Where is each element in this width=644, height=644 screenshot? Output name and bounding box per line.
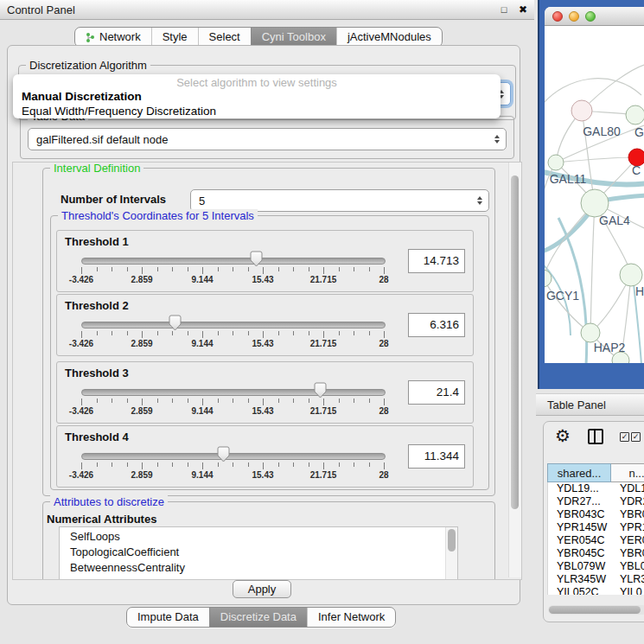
- tick-mark: [339, 462, 340, 467]
- table-data-combobox[interactable]: galFiltered.sif default node: [28, 128, 507, 150]
- threshold-2-value-field[interactable]: 6.316: [408, 313, 465, 337]
- slider-thumb[interactable]: [169, 315, 182, 331]
- table-row[interactable]: YER054CYER0: [548, 534, 644, 547]
- cell-shared-name[interactable]: YPR145W: [548, 521, 612, 534]
- float-window-icon[interactable]: □: [496, 4, 512, 15]
- slider-track[interactable]: [81, 258, 386, 265]
- gear-icon[interactable]: ⚙: [555, 425, 571, 446]
- tick-label: -3.426: [69, 339, 93, 348]
- column-header-shared-name[interactable]: shared...: [547, 463, 611, 482]
- select-columns-checkbox-icon[interactable]: ✓: [631, 432, 641, 442]
- list-scrollbar-thumb[interactable]: [448, 529, 456, 552]
- list-scrollbar[interactable]: [445, 527, 457, 580]
- tick-mark: [233, 462, 233, 467]
- tick-label: 28: [379, 339, 388, 348]
- threshold-label: Threshold 3: [65, 367, 129, 379]
- table-row[interactable]: YDR27...YDR2: [548, 495, 644, 508]
- attribute-list-item[interactable]: BetweennessCentrality: [60, 560, 457, 576]
- column-header-name[interactable]: n...: [611, 463, 644, 482]
- vertical-scrollbar[interactable]: [508, 163, 521, 577]
- cell-name[interactable]: YBR0: [612, 547, 644, 560]
- cell-name[interactable]: YBL0: [612, 560, 644, 573]
- threshold-4-value-field[interactable]: 11.344: [408, 444, 465, 469]
- attribute-list-item[interactable]: TopologicalCoefficient: [60, 545, 457, 560]
- table-columns-icon[interactable]: [588, 429, 603, 444]
- cell-shared-name[interactable]: YBR043C: [548, 508, 612, 521]
- node-h[interactable]: [620, 264, 642, 286]
- tab-discretize-data[interactable]: Discretize Data: [209, 608, 307, 627]
- cell-name[interactable]: YIL0: [612, 586, 642, 595]
- slider-track[interactable]: [81, 389, 386, 396]
- close-icon[interactable]: ✖: [512, 3, 534, 16]
- tick-mark: [293, 462, 294, 467]
- tick-mark: [339, 267, 340, 271]
- slider-ticks: [81, 462, 384, 470]
- threshold-1-slider[interactable]: -3.4262.8599.14415.4321.71528: [81, 251, 384, 284]
- attribute-list-item[interactable]: SelfLoops: [60, 527, 457, 545]
- table-row[interactable]: YPR145WYPR1: [548, 521, 644, 534]
- cell-name[interactable]: YDR2: [612, 495, 644, 508]
- tick-label: 28: [379, 406, 388, 416]
- tick-mark: [248, 399, 249, 403]
- tab-infer-network[interactable]: Infer Network: [307, 608, 395, 627]
- minimize-traffic-light[interactable]: [569, 11, 579, 22]
- tab-impute-data[interactable]: Impute Data: [127, 608, 209, 627]
- table-panel-titlebar: Table Panel: [536, 393, 644, 416]
- apply-button[interactable]: Apply: [233, 580, 291, 598]
- dropdown-option-manual-discretization[interactable]: Manual Discretization: [13, 89, 501, 104]
- tab-style[interactable]: Style: [151, 28, 198, 47]
- network-canvas[interactable]: GAL80 G C GAL11 GAL4 GCY1 H HAP2: [545, 26, 644, 363]
- slider-track[interactable]: [81, 453, 386, 460]
- tick-mark: [157, 399, 158, 403]
- slider-thumb[interactable]: [250, 251, 263, 267]
- cell-name[interactable]: YBR0: [612, 508, 644, 521]
- table-row[interactable]: YBR043CYBR0: [548, 508, 644, 521]
- cell-shared-name[interactable]: YBL079W: [548, 560, 612, 573]
- cell-shared-name[interactable]: YDL19...: [548, 482, 612, 495]
- close-traffic-light[interactable]: [552, 11, 563, 22]
- threshold-3-value-field[interactable]: 21.4: [408, 380, 465, 405]
- select-all-checkbox-icon[interactable]: ✓: [620, 432, 629, 442]
- tick-mark: [354, 399, 354, 403]
- horizontal-scrollbar-thumb[interactable]: [549, 606, 641, 614]
- slider-thumb[interactable]: [217, 446, 230, 462]
- threshold-3-slider[interactable]: -3.4262.8599.14415.4321.71528: [81, 382, 384, 415]
- cell-shared-name[interactable]: YER054C: [548, 534, 612, 547]
- node-hap2[interactable]: [581, 323, 600, 342]
- table-row[interactable]: YBL079WYBL0: [548, 560, 644, 573]
- tick-mark: [112, 462, 112, 467]
- cell-name[interactable]: YDL1: [612, 482, 644, 495]
- horizontal-scrollbar[interactable]: [548, 605, 644, 615]
- slider-track[interactable]: [81, 322, 386, 328]
- slider-thumb[interactable]: [314, 382, 327, 399]
- tab-select[interactable]: Select: [198, 28, 251, 47]
- threshold-2-slider[interactable]: -3.4262.8599.14415.4321.71528: [81, 315, 384, 348]
- node-g[interactable]: [626, 105, 644, 124]
- dropdown-option-equal-width-frequency[interactable]: Equal Width/Frequency Discretization: [13, 104, 501, 118]
- settings-scroll-area: Interval Definition Number of Intervals …: [12, 162, 522, 580]
- threshold-4-slider[interactable]: -3.4262.8599.14415.4321.71528: [81, 446, 384, 479]
- table-row[interactable]: YDL19...YDL1: [548, 482, 644, 495]
- node-gal80[interactable]: [571, 100, 592, 121]
- threshold-1-value-field[interactable]: 14.713: [408, 249, 465, 273]
- cell-name[interactable]: YER0: [612, 534, 644, 547]
- tick-mark: [323, 267, 324, 274]
- node-gal11[interactable]: [548, 155, 564, 170]
- cell-shared-name[interactable]: YLR345W: [548, 573, 612, 586]
- table-row[interactable]: YBR045CYBR0: [548, 547, 644, 560]
- cell-name[interactable]: YPR1: [612, 521, 644, 534]
- group-label: Attributes to discretize: [50, 495, 168, 508]
- cell-name[interactable]: YLR3: [612, 573, 644, 586]
- table-row[interactable]: YLR345WYLR3: [548, 573, 644, 586]
- tab-cyni-toolbox[interactable]: Cyni Toolbox: [251, 28, 336, 47]
- table-row[interactable]: YIL052CYIL0: [548, 586, 644, 595]
- tab-label: Impute Data: [137, 608, 199, 627]
- tick-mark: [263, 462, 264, 469]
- cell-shared-name[interactable]: YBR045C: [548, 547, 612, 560]
- cell-shared-name[interactable]: YIL052C: [548, 586, 612, 595]
- tab-jactivemnodules[interactable]: jActiveMNodules: [336, 28, 442, 47]
- zoom-traffic-light[interactable]: [585, 11, 596, 22]
- cell-shared-name[interactable]: YDR27...: [548, 495, 612, 508]
- tab-network[interactable]: Network: [75, 28, 151, 47]
- vertical-scrollbar-thumb[interactable]: [511, 175, 519, 509]
